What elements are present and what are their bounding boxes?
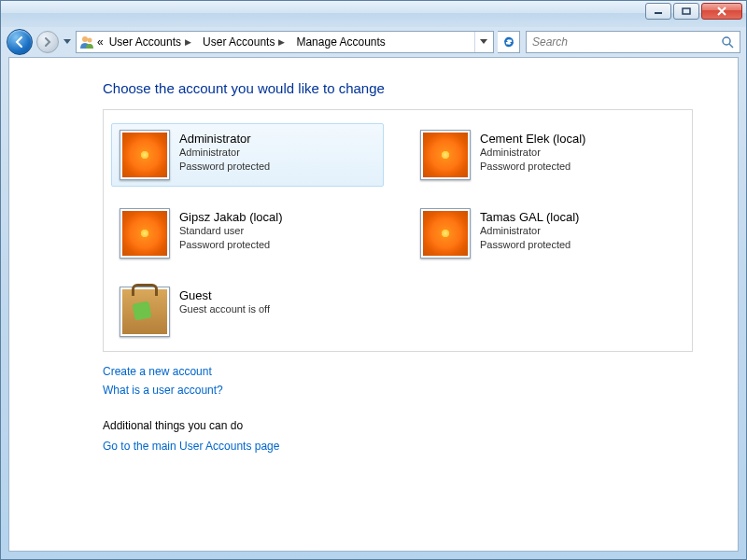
search-input[interactable]: Search: [526, 31, 740, 53]
account-password-status: Password protected: [480, 238, 579, 252]
create-account-link[interactable]: Create a new account: [103, 365, 693, 378]
account-tile[interactable]: Cement Elek (local)AdministratorPassword…: [412, 123, 684, 187]
search-placeholder: Search: [532, 35, 568, 49]
chevron-right-icon: ▶: [183, 37, 193, 47]
svg-line-5: [729, 44, 733, 48]
svg-rect-1: [683, 8, 690, 14]
search-icon: [721, 35, 734, 51]
page-title: Choose the account you would like to cha…: [103, 80, 693, 96]
address-bar[interactable]: « User Accounts ▶ User Accounts ▶ Manage…: [76, 31, 494, 53]
breadcrumb-label: User Accounts: [109, 35, 181, 49]
account-picture: [420, 130, 471, 180]
breadcrumb-prefix: «: [97, 35, 104, 49]
svg-rect-0: [655, 12, 662, 14]
flower-icon: [423, 211, 468, 256]
account-info: Tamas GAL (local)AdministratorPassword p…: [480, 208, 579, 252]
account-info: Gipsz Jakab (local)Standard userPassword…: [179, 208, 283, 252]
account-password-status: Password protected: [179, 238, 283, 252]
accounts-list: AdministratorAdministratorPassword prote…: [103, 109, 693, 352]
refresh-button[interactable]: [498, 31, 520, 53]
account-tile[interactable]: Tamas GAL (local)AdministratorPassword p…: [412, 202, 684, 265]
breadcrumb-item-0[interactable]: User Accounts ▶: [106, 32, 197, 52]
account-role: Administrator: [480, 146, 585, 160]
additional-heading: Additional things you can do: [103, 419, 693, 432]
minimize-button[interactable]: [645, 3, 671, 20]
nav-row: « User Accounts ▶ User Accounts ▶ Manage…: [1, 27, 746, 57]
account-tile[interactable]: AdministratorAdministratorPassword prote…: [111, 123, 384, 187]
account-role: Administrator: [179, 146, 270, 160]
close-button[interactable]: [701, 3, 742, 20]
nav-history-dropdown[interactable]: [63, 34, 72, 50]
action-links: Create a new account What is a user acco…: [103, 365, 693, 397]
titlebar: [1, 1, 746, 27]
account-info: Cement Elek (local)AdministratorPassword…: [480, 130, 585, 174]
account-tile[interactable]: Gipsz Jakab (local)Standard userPassword…: [111, 202, 384, 265]
maximize-button[interactable]: [673, 3, 699, 20]
suitcase-icon: [122, 289, 167, 334]
account-role: Standard user: [179, 224, 283, 238]
account-password-status: Password protected: [179, 160, 270, 174]
user-accounts-icon: [78, 34, 95, 50]
account-info: GuestGuest account is off: [179, 287, 270, 316]
main-user-accounts-link[interactable]: Go to the main User Accounts page: [103, 440, 693, 453]
account-role: Guest account is off: [179, 302, 270, 316]
account-name: Guest: [179, 288, 270, 302]
account-password-status: Password protected: [480, 160, 585, 174]
breadcrumb-label: User Accounts: [203, 35, 275, 49]
breadcrumb-item-1[interactable]: User Accounts ▶: [199, 32, 290, 52]
svg-point-2: [82, 36, 88, 42]
flower-icon: [122, 133, 167, 177]
what-is-account-link[interactable]: What is a user account?: [103, 384, 693, 397]
account-picture: [120, 287, 170, 337]
content: Choose the account you would like to cha…: [9, 58, 738, 477]
account-tile[interactable]: GuestGuest account is off: [111, 280, 384, 343]
account-name: Cement Elek (local): [480, 132, 585, 146]
breadcrumb-label: Manage Accounts: [296, 35, 385, 49]
content-pane: Choose the account you would like to cha…: [8, 57, 739, 552]
svg-point-4: [723, 37, 730, 45]
account-picture: [420, 208, 471, 259]
account-name: Tamas GAL (local): [480, 210, 579, 224]
account-role: Administrator: [480, 224, 579, 238]
flower-icon: [122, 211, 167, 256]
account-picture: [120, 208, 170, 259]
svg-point-3: [88, 38, 92, 43]
account-name: Gipsz Jakab (local): [179, 210, 283, 224]
address-dropdown[interactable]: [474, 32, 491, 52]
back-button[interactable]: [7, 29, 33, 55]
forward-button[interactable]: [36, 31, 59, 53]
account-picture: [120, 130, 170, 180]
flower-icon: [423, 133, 468, 177]
chevron-right-icon: ▶: [276, 37, 287, 47]
breadcrumb-item-2[interactable]: Manage Accounts: [292, 32, 388, 52]
account-info: AdministratorAdministratorPassword prote…: [179, 130, 270, 174]
account-name: Administrator: [179, 132, 270, 146]
